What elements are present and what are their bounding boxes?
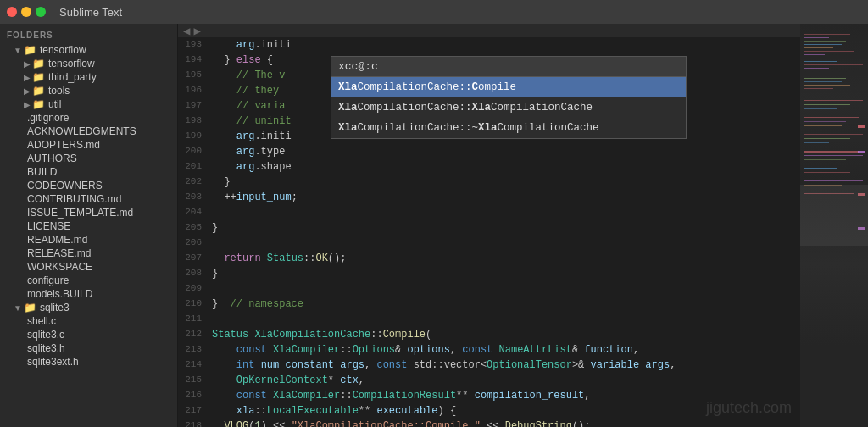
sidebar-item-label: LICENSE xyxy=(27,220,70,232)
sidebar: FOLDERS 📁 tensorflow 📁 tensorflow 📁 thir… xyxy=(0,24,178,427)
autocomplete-item-ctor[interactable]: XlaCompilationCache::XlaCompilationCache xyxy=(331,97,686,118)
svg-rect-4 xyxy=(804,44,842,45)
sidebar-item-configure[interactable]: configure xyxy=(0,274,177,287)
svg-rect-17 xyxy=(804,92,854,92)
sidebar-item-release[interactable]: RELEASE.md xyxy=(0,247,177,260)
close-button[interactable] xyxy=(7,7,17,17)
folder-icon: 📁 xyxy=(32,85,45,97)
table-row: 206 xyxy=(178,236,800,251)
chevron-down-icon xyxy=(14,46,22,55)
svg-rect-12 xyxy=(804,75,859,75)
autocomplete-bold-xla3: Xla xyxy=(472,102,492,114)
svg-rect-5 xyxy=(804,47,833,48)
line-number: 203 xyxy=(178,190,209,205)
svg-rect-28 xyxy=(804,155,863,156)
sidebar-item-sqlite3ext-h[interactable]: sqlite3ext.h xyxy=(0,355,177,369)
line-code: ++input_num; xyxy=(209,190,800,205)
svg-rect-14 xyxy=(804,81,842,82)
line-number: 197 xyxy=(178,98,209,114)
line-code: } xyxy=(209,220,800,236)
chevron-right-icon xyxy=(24,73,31,82)
svg-rect-2 xyxy=(804,37,829,38)
sidebar-item-contributing[interactable]: CONTRIBUTING.md xyxy=(0,192,177,206)
table-row: 193 arg.initi xyxy=(178,37,800,53)
sidebar-item-label: shell.c xyxy=(27,315,56,327)
sidebar-item-license[interactable]: LICENSE xyxy=(0,219,177,233)
svg-rect-1 xyxy=(804,34,850,35)
sidebar-item-tensorflow-sub[interactable]: 📁 tensorflow xyxy=(0,57,177,70)
svg-rect-26 xyxy=(804,142,829,143)
line-code: const XlaCompiler::CompilationResult** c… xyxy=(209,388,800,403)
sidebar-item-issue-template[interactable]: ISSUE_TEMPLATE.md xyxy=(0,206,177,219)
sidebar-item-label: models.BUILD xyxy=(27,288,92,300)
sidebar-item-label: CODEOWNERS xyxy=(27,180,103,191)
svg-rect-18 xyxy=(804,100,863,101)
svg-rect-22 xyxy=(804,121,846,122)
table-row: 215 OpKernelContext* ctx, xyxy=(178,373,800,388)
svg-rect-35 xyxy=(858,125,865,128)
svg-rect-13 xyxy=(804,78,846,79)
table-row: 209 xyxy=(178,281,800,297)
sidebar-item-third-party[interactable]: 📁 third_party xyxy=(0,70,177,84)
line-number: 199 xyxy=(178,129,209,144)
sidebar-item-gitignore[interactable]: .gitignore xyxy=(0,111,177,125)
code-container[interactable]: xcc@:c XlaCompilationCache::Compile XlaC… xyxy=(178,37,800,427)
line-number: 196 xyxy=(178,83,209,98)
line-number: 209 xyxy=(178,281,209,297)
sidebar-item-tensorflow-root[interactable]: 📁 tensorflow xyxy=(0,43,177,57)
sidebar-item-models-build[interactable]: models.BUILD xyxy=(0,287,177,301)
svg-rect-7 xyxy=(804,54,825,55)
table-row: 218 VLOG(1) << "XlaCompilationCache::Com… xyxy=(178,419,800,427)
scrollbar-top: ◀ ▶ xyxy=(178,24,868,37)
table-row: 216 const XlaCompiler::CompilationResult… xyxy=(178,388,800,403)
scroll-left-icon[interactable]: ◀ xyxy=(181,24,192,38)
autocomplete-bold-xla4: Xla xyxy=(338,122,358,134)
line-number: 217 xyxy=(178,403,209,419)
line-number: 212 xyxy=(178,327,209,342)
sidebar-item-authors[interactable]: AUTHORS xyxy=(0,152,177,165)
line-code: xla::LocalExecutable** executable) { xyxy=(209,403,800,419)
line-code xyxy=(209,281,800,297)
line-code: OpKernelContext* ctx, xyxy=(209,373,800,388)
sidebar-item-build[interactable]: BUILD xyxy=(0,165,177,179)
line-number: 195 xyxy=(178,68,209,83)
scroll-right-icon[interactable]: ▶ xyxy=(192,24,202,38)
sidebar-item-acknowledgments[interactable]: ACKNOWLEDGMENTS xyxy=(0,125,177,138)
sidebar-item-sqlite3-root[interactable]: 📁 sqlite3 xyxy=(0,301,177,314)
app-title: Sublime Text xyxy=(59,6,122,19)
sidebar-item-sqlite3-h[interactable]: sqlite3.h xyxy=(0,341,177,355)
maximize-button[interactable] xyxy=(36,7,46,17)
folder-icon: 📁 xyxy=(24,302,36,313)
autocomplete-item-compile[interactable]: XlaCompilationCache::Compile xyxy=(331,77,686,97)
line-number: 198 xyxy=(178,114,209,129)
svg-rect-11 xyxy=(804,68,829,69)
autocomplete-input[interactable]: xcc@:c xyxy=(331,57,686,77)
sidebar-item-codeowners[interactable]: CODEOWNERS xyxy=(0,179,177,192)
sidebar-item-label: sqlite3.h xyxy=(27,342,65,354)
sidebar-item-tools[interactable]: 📁 tools xyxy=(0,84,177,97)
line-number: 201 xyxy=(178,159,209,175)
line-code: arg.shape xyxy=(209,159,800,175)
folder-icon: 📁 xyxy=(32,98,45,110)
line-number: 204 xyxy=(178,205,209,220)
sidebar-item-sqlite3-c[interactable]: sqlite3.c xyxy=(0,328,177,341)
sidebar-item-readme[interactable]: README.md xyxy=(0,233,177,247)
sidebar-item-adopters[interactable]: ADOPTERS.md xyxy=(0,138,177,152)
line-code xyxy=(209,205,800,220)
line-number: 202 xyxy=(178,175,209,190)
minimize-button[interactable] xyxy=(21,7,31,17)
svg-rect-9 xyxy=(804,61,837,62)
autocomplete-item-dtor[interactable]: XlaCompilationCache::~XlaCompilationCach… xyxy=(331,118,686,138)
line-number: 215 xyxy=(178,373,209,388)
svg-rect-30 xyxy=(804,168,837,169)
table-row: 212 Status XlaCompilationCache::Compile( xyxy=(178,327,800,342)
svg-rect-8 xyxy=(804,58,850,58)
sidebar-item-workspace[interactable]: WORKSPACE xyxy=(0,260,177,274)
sidebar-item-util[interactable]: 📁 util xyxy=(0,97,177,111)
sidebar-item-shell-c[interactable]: shell.c xyxy=(0,314,177,328)
svg-rect-23 xyxy=(804,125,842,126)
line-number: 211 xyxy=(178,312,209,327)
line-number: 193 xyxy=(178,37,209,53)
autocomplete-bold-c1: C xyxy=(472,81,479,93)
svg-rect-24 xyxy=(804,134,863,135)
